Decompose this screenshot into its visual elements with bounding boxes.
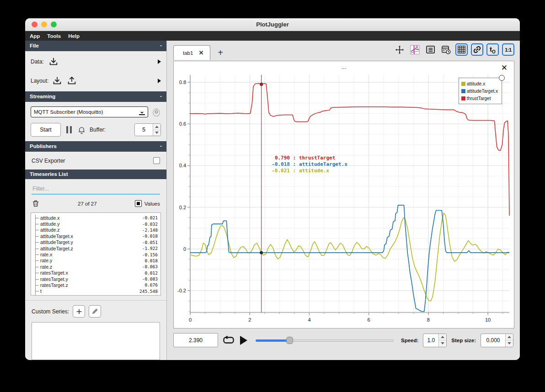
- filter-input[interactable]: [32, 184, 160, 194]
- plot-legend[interactable]: attitude.xattitudeTarget.xthrustTarget: [459, 78, 502, 104]
- custom-series-listbox[interactable]: [32, 322, 160, 360]
- streaming-source-select[interactable]: MQTT Subscriber (Mosquitto) ⌄: [31, 106, 148, 117]
- speed-down-button[interactable]: [439, 340, 446, 347]
- timeseries-row[interactable]: attitudeTarget.y-0.051: [33, 239, 158, 245]
- legend-label: attitude.x: [467, 81, 486, 86]
- loop-icon[interactable]: [223, 335, 235, 346]
- tree-connector: [33, 245, 40, 251]
- tree-connector: [33, 288, 40, 294]
- timeseries-list[interactable]: attitude.x-0.021attitude.y-0.032attitude…: [31, 212, 161, 296]
- collapse-icon[interactable]: -: [160, 93, 162, 100]
- legend-entry[interactable]: attitude.x: [461, 80, 498, 87]
- legend-entry[interactable]: thrustTarget: [461, 95, 498, 102]
- pause-icon[interactable]: [66, 126, 72, 133]
- buffer-up-button[interactable]: [153, 124, 160, 130]
- menu-help[interactable]: Help: [68, 33, 80, 39]
- save-layout-icon[interactable]: [67, 76, 77, 86]
- menu-tools[interactable]: Tools: [47, 33, 61, 39]
- pan-move-icon[interactable]: [393, 43, 406, 56]
- start-button[interactable]: Start: [31, 123, 61, 137]
- tracker-line: -0.021 : attitude.x: [269, 168, 347, 174]
- timeseries-row[interactable]: ratesTarget.x0.012: [33, 270, 158, 276]
- legend-label: thrustTarget: [467, 96, 491, 101]
- timeseries-row[interactable]: attitude.z-2.148: [33, 227, 158, 233]
- legend-handle-icon[interactable]: [499, 75, 505, 81]
- edit-custom-series-button[interactable]: [89, 305, 101, 318]
- grid-layout-icon[interactable]: [455, 43, 468, 56]
- svg-text:0.6: 0.6: [179, 121, 186, 127]
- chart-canvas[interactable]: 02468100.80.60.40.20-0.2: [176, 71, 512, 326]
- timeseries-row[interactable]: rate.z-0.063: [33, 264, 158, 270]
- timeseries-row[interactable]: attitude.x-0.021: [33, 215, 158, 221]
- t0-time-offset-icon[interactable]: tO: [486, 43, 499, 56]
- timeseries-row[interactable]: ratesTarget.y-0.083: [33, 276, 158, 282]
- streaming-settings-gear-icon[interactable]: [152, 107, 161, 117]
- svg-text:0.2: 0.2: [179, 205, 186, 210]
- publishers-section-title: Publishers: [30, 143, 57, 149]
- svg-text:-0.2: -0.2: [177, 288, 186, 293]
- csv-exporter-label: CSV Exporter: [32, 158, 65, 164]
- datetime-icon[interactable]: [440, 43, 452, 56]
- delete-series-trash-icon[interactable]: [32, 199, 40, 208]
- csv-exporter-checkbox[interactable]: [153, 157, 160, 164]
- buffer-down-button[interactable]: [153, 130, 160, 136]
- slider-knob[interactable]: [286, 337, 293, 344]
- collapse-icon[interactable]: -: [160, 42, 162, 49]
- add-custom-series-button[interactable]: [73, 305, 85, 318]
- tree-connector: [33, 270, 40, 276]
- main-area: tab1 ✕ + A: [167, 41, 520, 360]
- speed-spinbox[interactable]: 1.0: [423, 334, 447, 347]
- svg-text:10: 10: [485, 317, 491, 323]
- tree-connector: [33, 294, 40, 296]
- notifications-bell-icon[interactable]: [77, 126, 86, 134]
- layout-menu-arrow-icon[interactable]: [158, 79, 161, 83]
- time-value-field[interactable]: 2.390: [173, 333, 218, 347]
- streaming-section-header[interactable]: Streaming -: [25, 91, 166, 102]
- timeseries-row[interactable]: thrustTarget0.79: [33, 294, 158, 296]
- link-ranges-icon[interactable]: [471, 43, 483, 56]
- custom-series-label: Custom Series:: [32, 308, 69, 315]
- plot-widget[interactable]: ... ✕ 02468100.80.60.40.20-0.2 attitude.…: [173, 61, 514, 328]
- timeseries-row[interactable]: attitudeTarget.x-0.018: [33, 233, 158, 239]
- buffer-spinbox[interactable]: 5: [134, 123, 161, 136]
- tree-connector: [33, 264, 40, 270]
- svg-text:A: A: [415, 45, 418, 49]
- close-window-button[interactable]: [32, 21, 37, 27]
- legend-entry[interactable]: attitudeTarget.x: [461, 87, 498, 95]
- publishers-section-header[interactable]: Publishers -: [25, 141, 166, 152]
- timeseries-row[interactable]: ratesTarget.z0.676: [33, 282, 158, 288]
- tab-tab1[interactable]: tab1 ✕: [173, 45, 210, 60]
- step-up-button[interactable]: [506, 334, 513, 341]
- time-slider[interactable]: [256, 336, 394, 344]
- step-down-button[interactable]: [506, 340, 513, 347]
- minimize-window-button[interactable]: [41, 21, 47, 27]
- list-view-icon[interactable]: [424, 43, 437, 56]
- plot-close-icon[interactable]: ✕: [501, 65, 508, 71]
- tree-connector: [33, 276, 40, 282]
- tab-close-icon[interactable]: ✕: [198, 49, 203, 56]
- timeseries-row[interactable]: rate.x-0.156: [33, 251, 158, 257]
- values-checkbox[interactable]: [135, 200, 142, 207]
- timeseries-row[interactable]: rate.y0.018: [33, 258, 158, 264]
- speed-up-button[interactable]: [439, 334, 446, 341]
- traffic-lights: [32, 21, 57, 27]
- timeseries-section-header[interactable]: Timeseries List: [25, 170, 166, 179]
- load-layout-icon[interactable]: [52, 76, 62, 86]
- series-name: ratesTarget.y: [40, 276, 68, 282]
- menu-app[interactable]: App: [30, 33, 40, 39]
- add-tab-button[interactable]: +: [218, 48, 223, 58]
- timeseries-row[interactable]: attitude.y-0.032: [33, 221, 158, 227]
- play-button[interactable]: [240, 336, 247, 345]
- timeseries-row[interactable]: attitudeTarget.z-1.922: [33, 245, 158, 251]
- maximize-window-button[interactable]: [51, 21, 57, 27]
- data-menu-arrow-icon[interactable]: [158, 59, 161, 64]
- edit-curves-icon[interactable]: A: [409, 43, 421, 56]
- file-section-header[interactable]: File -: [25, 41, 166, 51]
- ratio-1-1-icon[interactable]: 1:1: [502, 43, 514, 56]
- timeseries-row[interactable]: t245.548: [33, 288, 158, 294]
- step-size-spinbox[interactable]: 0.000: [481, 334, 513, 347]
- load-data-icon[interactable]: [48, 57, 59, 67]
- series-value: -0.021: [142, 215, 158, 220]
- collapse-icon[interactable]: -: [160, 143, 162, 149]
- series-value: -0.063: [142, 264, 158, 269]
